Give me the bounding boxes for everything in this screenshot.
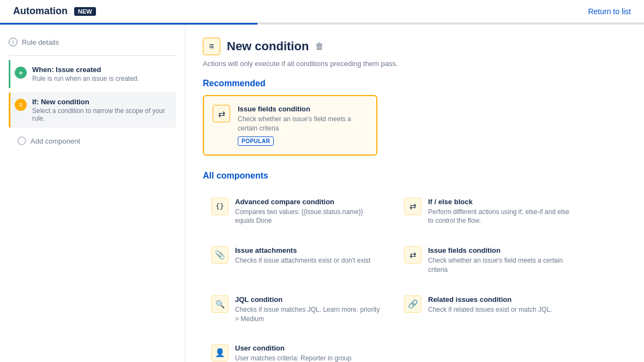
component-card-jql[interactable]: 🔍 JQL condition Checks if issue matches …: [203, 287, 392, 332]
recommended-card-icon: ⇄: [213, 105, 230, 122]
rule-details-label: Rule details: [22, 38, 59, 46]
component-card-related-issues[interactable]: 🔗 Related issues condition Check if rela…: [396, 287, 585, 332]
rule-details-item[interactable]: i Rule details: [9, 33, 176, 51]
recommended-card[interactable]: ⇄ Issue fields condition Check whether a…: [203, 95, 377, 156]
new-badge: NEW: [74, 7, 96, 16]
condition-icon: ≡: [15, 99, 27, 111]
content-subtitle: Actions will only execute if all conditi…: [203, 60, 627, 68]
related-issues-title: Related issues condition: [428, 295, 552, 304]
popular-badge: POPULAR: [238, 137, 274, 146]
component-card-issue-attachments[interactable]: 📎 Issue attachments Checks if issue atta…: [203, 238, 392, 283]
add-component-circle-icon: [17, 137, 26, 145]
recommended-card-title: Issue fields condition: [238, 105, 368, 113]
recommended-card-text: Issue fields condition Check whether an …: [238, 105, 368, 146]
return-to-list-link[interactable]: Return to list: [588, 7, 631, 16]
trigger-title: When: Issue created: [32, 66, 139, 74]
condition-title: If: New condition: [32, 98, 172, 106]
sidebar: i Rule details + When: Issue created Rul…: [0, 25, 185, 362]
content-header: ≡ New condition 🗑: [203, 38, 627, 55]
delete-icon[interactable]: 🗑: [315, 41, 324, 51]
related-issues-subtitle: Check if related issues exist or match J…: [428, 305, 552, 314]
advanced-compare-title: Advanced compare condition: [235, 198, 383, 206]
top-bar: Automation NEW Return to list: [0, 0, 644, 23]
trigger-icon: +: [15, 67, 27, 79]
component-card-if-else[interactable]: ⇄ If / else block Perform different acti…: [396, 189, 585, 234]
user-condition-title: User condition: [235, 344, 383, 352]
user-condition-icon: 👤: [211, 344, 228, 361]
advanced-compare-icon: {}: [211, 198, 228, 215]
trigger-text: When: Issue created Rule is run when an …: [32, 66, 139, 82]
info-icon: i: [9, 38, 17, 46]
issue-fields-icon: ⇄: [404, 246, 422, 264]
user-condition-subtitle: User matches criteria: Reporter in group…: [235, 354, 383, 362]
recommended-card-subtitle: Check whether an issue's field meets a c…: [238, 115, 368, 133]
top-bar-left: Automation NEW: [13, 5, 96, 17]
sidebar-trigger[interactable]: + When: Issue created Rule is run when a…: [9, 60, 176, 88]
component-card-advanced-compare[interactable]: {} Advanced compare condition Compares t…: [203, 189, 392, 234]
jql-subtitle: Checks if issue matches JQL. Learn more.…: [235, 305, 383, 324]
page-title: New condition: [227, 39, 309, 54]
issue-fields-subtitle: Check whether an issue's field meets a c…: [428, 256, 576, 275]
advanced-compare-subtitle: Compares two values: {{issue.status.name…: [235, 207, 383, 226]
issue-attachments-title: Issue attachments: [235, 246, 370, 254]
main-layout: i Rule details + When: Issue created Rul…: [0, 25, 644, 362]
issue-attachments-subtitle: Checks if issue attachments exist or don…: [235, 256, 370, 265]
jql-title: JQL condition: [235, 295, 383, 304]
condition-subtitle: Select a condition to narrow the scope o…: [32, 107, 172, 122]
jql-icon: 🔍: [211, 295, 228, 313]
if-else-subtitle: Perform different actions using if, else…: [428, 207, 576, 226]
component-card-user-condition[interactable]: 👤 User condition User matches criteria: …: [203, 336, 392, 362]
recommended-section-title: Recommended: [203, 79, 627, 88]
related-issues-icon: 🔗: [404, 295, 422, 313]
content-area: ≡ New condition 🗑 Actions will only exec…: [185, 25, 644, 362]
trigger-subtitle: Rule is run when an issue is created.: [32, 75, 139, 82]
condition-text: If: New condition Select a condition to …: [32, 98, 172, 122]
app-title: Automation: [13, 5, 68, 17]
issue-fields-title: Issue fields condition: [428, 246, 576, 254]
add-component-label: Add component: [31, 137, 80, 145]
condition-header-icon: ≡: [203, 38, 220, 55]
issue-attachments-icon: 📎: [211, 246, 228, 264]
add-component[interactable]: Add component: [13, 132, 176, 150]
components-grid: {} Advanced compare condition Compares t…: [203, 189, 585, 362]
sidebar-divider: [9, 55, 176, 56]
sidebar-condition[interactable]: ≡ If: New condition Select a condition t…: [9, 92, 176, 128]
if-else-icon: ⇄: [404, 198, 422, 215]
all-components-title: All components: [203, 171, 627, 181]
if-else-title: If / else block: [428, 198, 576, 206]
component-card-issue-fields[interactable]: ⇄ Issue fields condition Check whether a…: [396, 238, 585, 283]
